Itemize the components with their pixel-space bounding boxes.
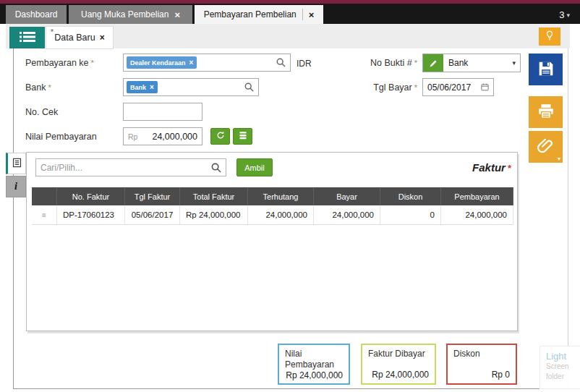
summary-diskon-label: Diskon (453, 349, 510, 359)
no-bukti-value: Bank (443, 58, 468, 68)
recalculate-button[interactable] (210, 128, 230, 145)
tab-dashboard-label: Dashboard (15, 9, 58, 20)
summary-faktur-value: Rp 24,000,000 (368, 370, 429, 380)
cell-bayar[interactable]: 24,000,000 (314, 205, 380, 225)
info-icon: i (14, 181, 17, 192)
faktur-search-field (35, 158, 226, 176)
tgl-bayar-field (422, 78, 494, 96)
tgl-bayar-label-text: Tgl Bayar (373, 82, 412, 93)
header-bayar[interactable]: Bayar (314, 187, 380, 205)
required-marker: * (414, 83, 417, 92)
close-icon[interactable]: × (174, 9, 180, 20)
nilai-pembayaran-label: Nilai Pembayaran (25, 132, 97, 142)
no-bukti-select[interactable]: Bank ▾ (422, 54, 521, 72)
menu-button[interactable] (9, 27, 45, 48)
save-button[interactable] (529, 54, 563, 85)
chevron-down-icon: ▾ (566, 10, 570, 20)
chip-remove-icon[interactable]: × (150, 83, 154, 91)
main-tab-bar: Dashboard Uang Muka Pembelian × Pembayar… (0, 4, 580, 24)
tgl-bayar-input[interactable] (423, 79, 480, 95)
tgl-bayar-label: Tgl Bayar* (322, 82, 417, 93)
search-icon[interactable] (276, 58, 290, 67)
header-handle (32, 187, 57, 205)
tab-divider (302, 9, 303, 20)
window-left-edge (13, 48, 14, 388)
calendar-icon[interactable] (480, 82, 493, 92)
header-tgl-faktur[interactable]: Tgl Faktur (125, 187, 180, 205)
save-floppy-icon (536, 59, 556, 81)
header-no-faktur[interactable]: No. Faktur (57, 187, 125, 205)
summary-faktur-dibayar: Faktur Dibayar Rp 24,000,000 (361, 344, 436, 385)
print-button[interactable] (529, 96, 563, 128)
header-diskon[interactable]: Diskon (380, 187, 441, 205)
table-row[interactable]: ≡ DP-17060123 05/06/2017 Rp 24,000,000 2… (32, 205, 513, 225)
pembayaran-ke-chip-label: Dealer Kendaraan (130, 59, 186, 67)
summary-nilai-pembayaran: Nilai Pembayaran Rp 24,000,000 (278, 344, 350, 385)
lightbulb-icon (545, 30, 555, 43)
tab-uang-muka-pembelian[interactable]: Uang Muka Pembelian × (69, 5, 192, 24)
window-right-edge (568, 48, 568, 388)
panel-tab-info[interactable]: i (6, 176, 26, 197)
cell-no-faktur: DP-17060123 (57, 205, 125, 225)
ambil-button[interactable]: Ambil (236, 158, 273, 176)
faktur-panel: Ambil Faktur* No. Faktur Tgl Faktur Tota… (26, 152, 518, 331)
document-tab-data-baru[interactable]: * Data Baru × (46, 27, 113, 48)
required-marker: * (414, 59, 417, 67)
pembayaran-ke-label: Pembayaran ke* (25, 58, 94, 68)
watermark-line1: Light (546, 351, 580, 362)
printer-icon (537, 102, 555, 123)
no-cek-input[interactable] (124, 103, 202, 120)
bank-label-text: Bank (25, 82, 46, 93)
faktur-search-input[interactable] (36, 163, 211, 173)
summary-diskon-value: Rp 0 (453, 370, 510, 380)
cell-diskon[interactable]: 0 (380, 205, 441, 225)
attachment-button[interactable]: ▾ (529, 131, 563, 163)
screenshot-watermark: Light Screen folder (540, 346, 580, 389)
bank-field[interactable]: Bank × (123, 78, 259, 96)
faktur-title: Faktur* (472, 161, 511, 174)
paperclip-icon (537, 137, 555, 158)
edit-pencil-icon[interactable] (423, 54, 443, 72)
no-bukti-label-text: No Bukti # (370, 58, 412, 68)
search-icon[interactable] (244, 82, 258, 92)
bank-chip[interactable]: Bank × (127, 81, 158, 93)
watermark-line2: Screen (546, 362, 580, 372)
window-bottom-edge (13, 388, 568, 389)
refresh-icon (216, 130, 226, 142)
header-total-faktur[interactable]: Total Faktur (180, 187, 248, 205)
bank-label: Bank* (25, 82, 51, 93)
notification-menu[interactable]: 3 ▾ (559, 9, 570, 20)
panel-tab-list[interactable] (6, 153, 26, 174)
pembayaran-ke-field[interactable]: Dealer Kendaraan × (123, 54, 291, 72)
chevron-down-icon: ▾ (558, 155, 560, 162)
cell-pembayaran: 24,000,000 (441, 205, 513, 225)
faktur-title-text: Faktur (472, 161, 506, 174)
no-cek-label: No. Cek (25, 107, 58, 117)
cell-tgl-faktur: 05/06/2017 (125, 205, 180, 225)
unsaved-marker: * (51, 28, 54, 36)
nilai-pembayaran-input[interactable] (137, 128, 202, 145)
required-marker: * (508, 163, 511, 174)
close-icon[interactable]: × (100, 33, 105, 43)
currency-label: IDR (297, 59, 312, 69)
header-pembayaran[interactable]: Pembayaran (441, 187, 513, 205)
tab-pembayaran-pembelian[interactable]: Pembayaran Pembelian × (195, 5, 323, 24)
hint-button[interactable] (539, 27, 560, 46)
header-terhutang[interactable]: Terhutang (248, 187, 314, 205)
nilai-pembayaran-field: Rp (123, 127, 202, 145)
stack-button[interactable] (233, 128, 252, 145)
stack-icon (238, 131, 248, 142)
watermark-line3: folder (546, 372, 580, 382)
tab-dashboard[interactable]: Dashboard (6, 5, 67, 24)
tab-uang-muka-label: Uang Muka Pembelian (81, 9, 169, 20)
chip-remove-icon[interactable]: × (189, 59, 194, 67)
summary-nilai-label: Nilai Pembayaran (285, 349, 343, 370)
row-drag-handle[interactable]: ≡ (32, 205, 57, 225)
pembayaran-ke-chip[interactable]: Dealer Kendaraan × (127, 56, 197, 69)
pembayaran-ke-label-text: Pembayaran ke (25, 58, 89, 68)
required-marker: * (48, 83, 51, 92)
document-tab-label: Data Baru (54, 33, 95, 43)
search-icon[interactable] (211, 163, 226, 173)
close-icon[interactable]: × (309, 9, 315, 20)
cell-terhutang: 24,000,000 (248, 205, 314, 225)
